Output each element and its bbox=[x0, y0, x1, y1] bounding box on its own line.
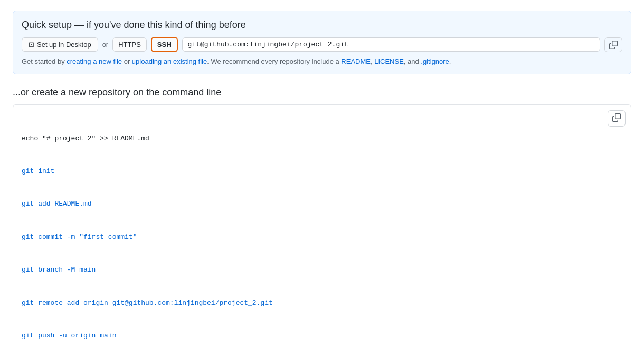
code-line-7: git push -u origin main bbox=[22, 331, 605, 342]
code-line-5: git branch -M main bbox=[22, 265, 605, 276]
monitor-icon: ⊡ bbox=[29, 41, 34, 49]
copy-code-icon bbox=[612, 113, 621, 122]
readme-link[interactable]: README bbox=[341, 57, 371, 65]
license-link[interactable]: LICENSE bbox=[374, 57, 404, 65]
create-file-link[interactable]: creating a new file bbox=[67, 57, 122, 65]
or-text: or bbox=[102, 41, 109, 49]
create-repo-code: echo "# project_2" >> README.md git init… bbox=[22, 111, 605, 357]
create-repo-section: ...or create a new repository on the com… bbox=[13, 87, 631, 357]
code-line-6: git remote add origin git@github.com:lin… bbox=[22, 298, 605, 309]
code-line-3: git add README.md bbox=[22, 199, 605, 210]
url-field-container bbox=[182, 37, 600, 52]
ssh-button[interactable]: SSH bbox=[151, 37, 178, 52]
repo-url-input[interactable] bbox=[182, 37, 600, 52]
quick-setup-toolbar: ⊡ Set up in Desktop or HTTPS SSH bbox=[22, 37, 622, 52]
https-button[interactable]: HTTPS bbox=[112, 37, 147, 52]
code-line-4: git commit -m "first commit" bbox=[22, 232, 605, 243]
code-line-1: echo "# project_2" >> README.md bbox=[22, 133, 605, 144]
quick-setup-section: Quick setup — if you've done this kind o… bbox=[13, 11, 631, 74]
code-line-2: git init bbox=[22, 166, 605, 177]
copy-icon bbox=[609, 41, 618, 49]
upload-file-link[interactable]: uploading an existing file bbox=[132, 57, 207, 65]
setup-desktop-button[interactable]: ⊡ Set up in Desktop bbox=[22, 37, 98, 52]
quick-setup-title: Quick setup — if you've done this kind o… bbox=[22, 20, 622, 31]
copy-create-code-button[interactable] bbox=[608, 110, 626, 127]
copy-url-button[interactable] bbox=[604, 37, 622, 52]
gitignore-link[interactable]: .gitignore bbox=[421, 57, 449, 65]
create-repo-title: ...or create a new repository on the com… bbox=[13, 87, 631, 98]
create-repo-code-block: echo "# project_2" >> README.md git init… bbox=[13, 104, 631, 357]
quick-setup-hint: Get started by creating a new file or up… bbox=[22, 57, 622, 65]
